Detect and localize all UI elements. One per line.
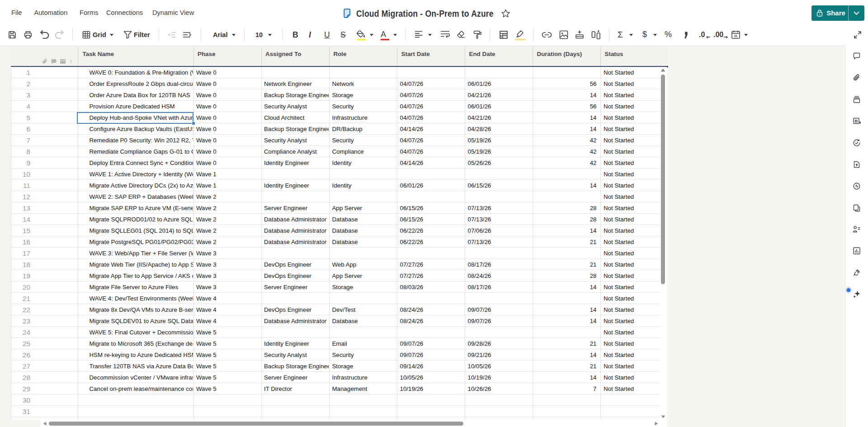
svg-text:31: 31 (734, 34, 738, 38)
svg-text:B: B (854, 118, 858, 123)
